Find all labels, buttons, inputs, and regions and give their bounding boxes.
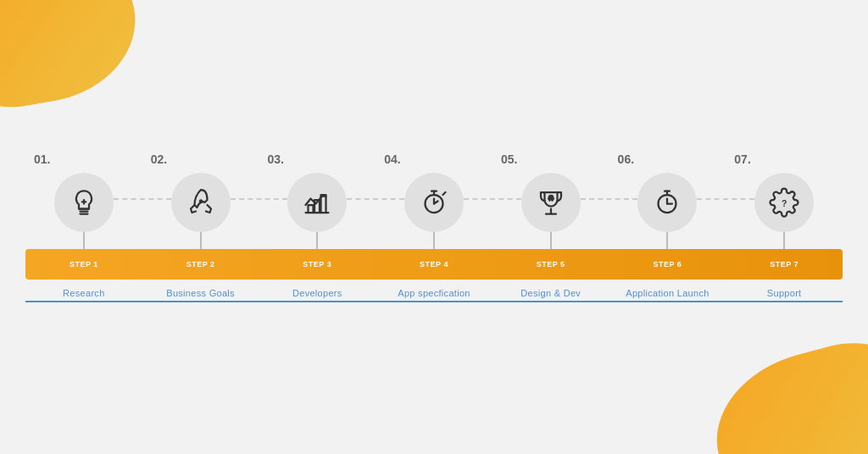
dotted-connector-4: [464, 198, 521, 200]
dotted-connector-5: [581, 198, 638, 200]
dotted-connector-1: [114, 198, 171, 200]
dotted-connector-3: [347, 198, 404, 200]
step-label-text-2: Business Goals: [142, 288, 259, 302]
step-number-1: 01.: [34, 152, 50, 166]
step-label-text-7: Support: [726, 288, 843, 302]
step-item-3: 03.: [259, 152, 376, 249]
step-item-6: 06.: [609, 152, 726, 249]
step-label-text-1: Research: [25, 288, 142, 302]
step-circle-3: [287, 173, 347, 232]
step-circle-1: [54, 173, 114, 232]
step-item-7: 07. ?: [726, 152, 843, 249]
step-connector-line-7: [783, 232, 785, 249]
step-number-2: 02.: [151, 152, 167, 166]
bar-label-7: STEP 7: [770, 260, 798, 269]
step-circle-6: [637, 173, 697, 232]
step-item-1: 01.: [25, 152, 142, 249]
step-number-3: 03.: [267, 152, 283, 166]
bar-label-2: STEP 2: [186, 260, 215, 269]
steps-row: 01. 02. 03. 04. 05. 06. 07.: [25, 152, 843, 249]
bar-label-6: STEP 6: [653, 260, 682, 269]
step-circle-4: [404, 173, 464, 232]
step-item-2: 02.: [142, 152, 259, 249]
step-number-7: 07.: [734, 152, 750, 166]
step-number-6: 06.: [618, 152, 634, 166]
step-item-4: 04.: [376, 152, 492, 249]
step-connector-line-6: [666, 232, 668, 249]
step-label-text-6: Application Launch: [609, 288, 726, 302]
step-connector-line-2: [200, 232, 202, 249]
bar-label-1: STEP 1: [70, 260, 98, 269]
step-label-text-3: Developers: [259, 288, 376, 302]
step-label-text-5: Design & Dev: [492, 288, 609, 302]
bar-label-3: STEP 3: [303, 260, 331, 269]
dotted-connector-2: [231, 198, 288, 200]
step-number-5: 05.: [501, 152, 517, 166]
svg-text:?: ?: [782, 197, 787, 208]
step-label-text-4: App specfication: [376, 288, 492, 302]
step-circle-2: [171, 173, 231, 232]
svg-line-12: [443, 192, 446, 195]
step-connector-line-4: [433, 232, 435, 249]
main-content: 01. 02. 03. 04. 05. 06. 07.: [0, 0, 868, 454]
labels-row: ResearchBusiness GoalsDevelopersApp spec…: [25, 288, 843, 302]
step-circle-7: ?: [754, 173, 814, 232]
dotted-connector-6: [697, 198, 754, 200]
orange-bar: STEP 1STEP 2STEP 3STEP 4STEP 5STEP 6STEP…: [25, 249, 843, 280]
step-connector-line-3: [316, 232, 318, 249]
bar-label-5: STEP 5: [537, 260, 565, 269]
svg-point-4: [198, 199, 203, 203]
bar-label-4: STEP 4: [420, 260, 448, 269]
step-circle-5: [521, 173, 581, 232]
timeline-wrapper: 01. 02. 03. 04. 05. 06. 07.: [25, 152, 843, 302]
step-connector-line-5: [550, 232, 552, 249]
step-number-4: 04.: [384, 152, 400, 166]
step-connector-line-1: [83, 232, 85, 249]
step-item-5: 05.: [492, 152, 609, 249]
